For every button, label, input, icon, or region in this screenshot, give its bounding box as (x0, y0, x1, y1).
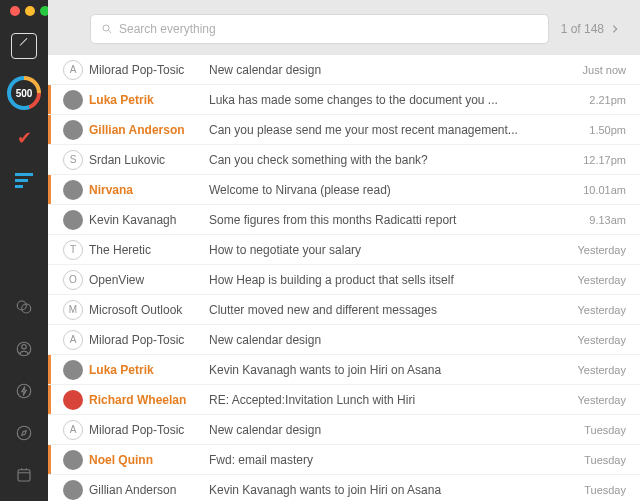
avatar-wrap: A (51, 330, 89, 350)
avatar-wrap: A (51, 420, 89, 440)
profile-button[interactable] (8, 333, 40, 365)
avatar-wrap: M (51, 300, 89, 320)
message-row[interactable]: Gillian AndersonCan you please send me y… (48, 115, 640, 145)
compose-icon (11, 33, 37, 59)
subject-text: Some figures from this months Radicatti … (209, 213, 570, 227)
sender-name: Luka Petrik (89, 363, 209, 377)
message-row[interactable]: Luka PetrikKevin Kavanagh wants to join … (48, 355, 640, 385)
close-window-button[interactable] (10, 6, 20, 16)
avatar-wrap (51, 450, 89, 470)
search-icon (101, 23, 113, 35)
time-label: Yesterday (570, 394, 626, 406)
chat-button[interactable] (8, 291, 40, 323)
sidebar: 500 ✔ (0, 0, 48, 501)
subject-text: How to negotiate your salary (209, 243, 570, 257)
compose-button[interactable] (8, 30, 40, 62)
explore-button[interactable] (8, 417, 40, 449)
window-controls (8, 6, 50, 16)
main-pane: Search everything 1 of 148 AMilorad Pop-… (48, 0, 640, 501)
avatar-wrap (51, 180, 89, 200)
time-label: Tuesday (570, 484, 626, 496)
svg-rect-6 (18, 470, 30, 481)
subject-text: Kevin Kavanagh wants to join Hiri on Asa… (209, 363, 570, 377)
message-row[interactable]: OOpenViewHow Heap is building a product … (48, 265, 640, 295)
avatar: M (63, 300, 83, 320)
sender-name: Noel Quinn (89, 453, 209, 467)
message-row[interactable]: NirvanaWelcome to Nirvana (please read)1… (48, 175, 640, 205)
avatar-wrap (51, 390, 89, 410)
message-row[interactable]: AMilorad Pop-TosicNew calendar designTue… (48, 415, 640, 445)
chat-icon (15, 298, 33, 316)
avatar (63, 480, 83, 500)
svg-point-4 (17, 384, 31, 398)
message-row[interactable]: Gillian AndersonKevin Kavanagh wants to … (48, 475, 640, 501)
subject-text: Luka has made some changes to the docume… (209, 93, 570, 107)
avatar-wrap (51, 120, 89, 140)
time-label: 12.17pm (570, 154, 626, 166)
avatar-wrap: T (51, 240, 89, 260)
avatar: O (63, 270, 83, 290)
avatar: A (63, 60, 83, 80)
message-row[interactable]: Luka PetrikLuka has made some changes to… (48, 85, 640, 115)
sender-name: The Heretic (89, 243, 209, 257)
pager-label: 1 of 148 (561, 22, 604, 36)
minimize-window-button[interactable] (25, 6, 35, 16)
sidebar-bottom (8, 291, 40, 501)
avatar-wrap: A (51, 60, 89, 80)
sender-name: Nirvana (89, 183, 209, 197)
avatar: S (63, 150, 83, 170)
svg-point-7 (103, 25, 109, 31)
sender-name: Gillian Anderson (89, 483, 209, 497)
avatar (63, 450, 83, 470)
avatar (63, 360, 83, 380)
user-icon (15, 340, 33, 358)
time-label: Yesterday (570, 364, 626, 376)
svg-point-5 (17, 426, 31, 440)
avatar (63, 180, 83, 200)
avatar-wrap (51, 210, 89, 230)
subject-text: Kevin Kavanagh wants to join Hiri on Asa… (209, 483, 570, 497)
time-label: Yesterday (570, 274, 626, 286)
filter-button[interactable] (8, 164, 40, 196)
sender-name: Microsoft Outlook (89, 303, 209, 317)
score-widget[interactable]: 500 (7, 76, 41, 110)
subject-text: Clutter moved new and different messages (209, 303, 570, 317)
message-row[interactable]: Kevin KavanaghSome figures from this mon… (48, 205, 640, 235)
sender-name: Milorad Pop-Tosic (89, 63, 209, 77)
avatar-wrap (51, 480, 89, 500)
subject-text: Can you please send me your most recent … (209, 123, 570, 137)
avatar (63, 90, 83, 110)
activity-button[interactable] (8, 375, 40, 407)
pager: 1 of 148 (561, 22, 624, 36)
svg-point-3 (22, 345, 27, 350)
tasks-button[interactable]: ✔ (8, 122, 40, 154)
subject-text: Can you check something with the bank? (209, 153, 570, 167)
avatar: A (63, 420, 83, 440)
subject-text: Welcome to Nirvana (please read) (209, 183, 570, 197)
calendar-button[interactable] (8, 459, 40, 491)
sender-name: Milorad Pop-Tosic (89, 333, 209, 347)
message-row[interactable]: MMicrosoft OutlookClutter moved new and … (48, 295, 640, 325)
message-row[interactable]: Noel QuinnFwd: email masteryTuesday (48, 445, 640, 475)
sender-name: Richard Wheelan (89, 393, 209, 407)
sender-name: Luka Petrik (89, 93, 209, 107)
message-row[interactable]: TThe HereticHow to negotiate your salary… (48, 235, 640, 265)
bolt-icon (15, 382, 33, 400)
search-input[interactable]: Search everything (90, 14, 549, 44)
sender-name: Srdan Lukovic (89, 153, 209, 167)
calendar-icon (15, 466, 33, 484)
message-row[interactable]: AMilorad Pop-TosicNew calendar designJus… (48, 55, 640, 85)
subject-text: New calendar design (209, 333, 570, 347)
message-row[interactable]: Richard WheelanRE: Accepted:Invitation L… (48, 385, 640, 415)
time-label: Just now (570, 64, 626, 76)
chevron-right-icon[interactable] (610, 24, 620, 34)
time-label: Tuesday (570, 454, 626, 466)
subject-text: RE: Accepted:Invitation Lunch with Hiri (209, 393, 570, 407)
avatar-wrap: O (51, 270, 89, 290)
message-row[interactable]: SSrdan LukovicCan you check something wi… (48, 145, 640, 175)
time-label: Yesterday (570, 244, 626, 256)
avatar: A (63, 330, 83, 350)
time-label: Yesterday (570, 334, 626, 346)
message-row[interactable]: AMilorad Pop-TosicNew calendar designYes… (48, 325, 640, 355)
check-icon: ✔ (17, 127, 32, 149)
